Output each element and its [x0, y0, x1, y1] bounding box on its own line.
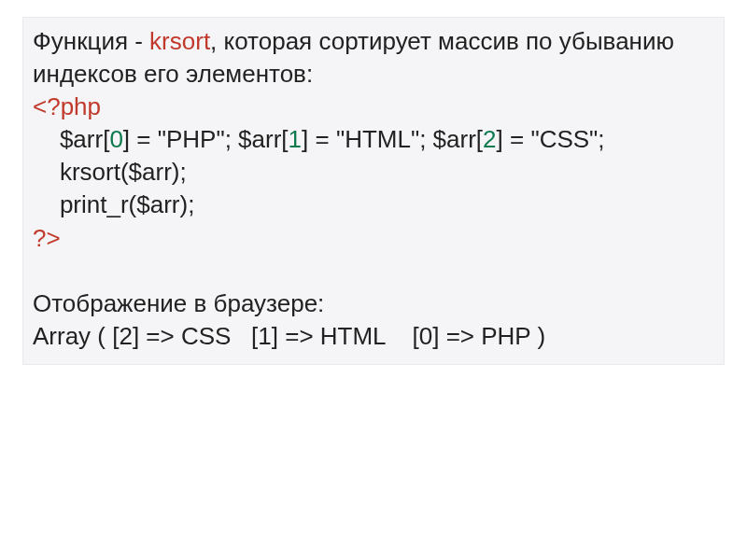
- krsort-call: krsort($arr);: [33, 156, 714, 189]
- index-1: 1: [289, 125, 302, 153]
- value-0: "PHP": [158, 125, 225, 153]
- value-2: "CSS": [530, 125, 598, 153]
- index-2: 2: [483, 125, 496, 153]
- output-line: Array ( [2] => CSS [1] => HTML [0] => PH…: [33, 320, 714, 353]
- index-0: 0: [109, 125, 122, 153]
- desc-func-name: krsort: [149, 27, 210, 55]
- desc-prefix: Функция -: [33, 27, 149, 55]
- description-line: Функция - krsort, которая сортирует масс…: [33, 25, 714, 91]
- code-example-block: Функция - krsort, которая сортирует масс…: [22, 17, 725, 365]
- php-close-tag: ?>: [33, 222, 714, 255]
- blank-line: [33, 255, 714, 287]
- arr-var-1: $arr: [238, 125, 281, 153]
- arr-var-2: $arr: [433, 125, 476, 153]
- value-1: "HTML": [336, 125, 419, 153]
- php-open-tag: <?php: [33, 91, 714, 123]
- output-label: Отображение в браузере:: [33, 287, 714, 320]
- printr-call: print_r($arr);: [33, 189, 714, 221]
- indent: [33, 125, 60, 153]
- arr-var-0: $arr: [60, 125, 103, 153]
- assign-line: $arr[0] = "PHP"; $arr[1] = "HTML"; $arr[…: [33, 123, 714, 156]
